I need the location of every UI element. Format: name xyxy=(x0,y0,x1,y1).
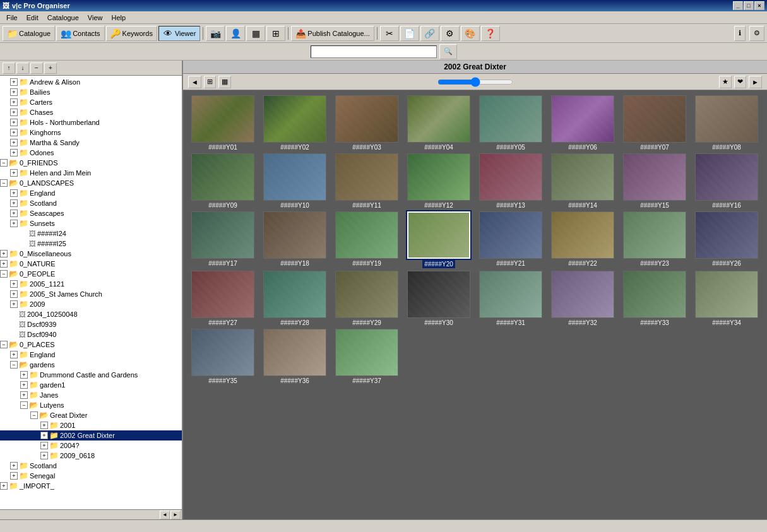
tree-item-seascapes[interactable]: +📁Seascapes xyxy=(0,208,182,218)
grid-cell-Y22[interactable]: #####Y22 xyxy=(548,211,617,268)
tree-expand-button[interactable]: + xyxy=(44,62,57,74)
tree-toggle-import[interactable]: + xyxy=(0,482,8,490)
grid-cell-Y07[interactable]: #####Y07 xyxy=(620,95,689,151)
scissors-button[interactable]: ✂ xyxy=(380,26,399,41)
doc-button[interactable]: 📄 xyxy=(400,26,419,41)
tree-item-dscf939[interactable]: 🖼Dscf0939 xyxy=(0,319,182,329)
tree-container[interactable]: +📁Andrew & Alison+📁Bailies+📁Carters+📁Cha… xyxy=(0,76,182,509)
tree-toggle-andrew-alison[interactable]: + xyxy=(10,78,18,86)
search-input[interactable] xyxy=(311,45,437,58)
grid-cell-Y35[interactable]: #####Y35 xyxy=(188,329,258,384)
grid-cell-Y20[interactable]: #####Y20 xyxy=(404,211,473,268)
person-button[interactable]: 👤 xyxy=(226,26,245,41)
tree-item-img2004[interactable]: 🖼2004_10250048 xyxy=(0,309,182,319)
tree-toggle-kinghorns[interactable]: + xyxy=(10,129,18,136)
tree-item-lutyens[interactable]: −📂Lutyens xyxy=(0,400,182,410)
tree-toggle-scotland2[interactable]: + xyxy=(10,462,18,470)
tree-toggle-0-miscellaneous[interactable]: + xyxy=(0,250,8,257)
grid-cell-Y13[interactable]: #####Y13 xyxy=(476,153,545,209)
grid-container[interactable]: #####Y01#####Y02#####Y03#####Y04#####Y05… xyxy=(183,90,767,519)
tree-item-img124[interactable]: 🖼#####I24 xyxy=(0,228,182,239)
tree-item-y2002-great-dixter[interactable]: +📁2002 Great Dixter xyxy=(0,430,182,440)
tree-toggle-y2004[interactable]: + xyxy=(40,442,48,449)
grid-cell-Y19[interactable]: #####Y19 xyxy=(332,211,401,268)
publish-button[interactable]: 📤 Publish Catalogue... xyxy=(291,26,374,41)
grid-cell-Y14[interactable]: #####Y14 xyxy=(548,153,617,209)
tree-toggle-chases[interactable]: + xyxy=(10,109,18,116)
grid-cell-Y26[interactable]: #####Y26 xyxy=(692,211,761,268)
grid-cell-Y02[interactable]: #####Y02 xyxy=(260,95,330,151)
tree-toggle-seascapes[interactable]: + xyxy=(10,210,18,217)
tree-item-bailies[interactable]: +📁Bailies xyxy=(0,87,182,97)
tree-toggle-england2[interactable]: + xyxy=(10,351,18,358)
tree-toggle-gardens[interactable]: − xyxy=(10,361,18,369)
tree-toggle-0-places[interactable]: − xyxy=(0,341,8,348)
grid-cell-Y05[interactable]: #####Y05 xyxy=(476,95,545,151)
grid-cell-Y31[interactable]: #####Y31 xyxy=(476,271,545,326)
viewer-button[interactable]: 👁 Viewer xyxy=(158,26,200,41)
grid-cell-Y27[interactable]: #####Y27 xyxy=(188,271,258,326)
tree-item-0-miscellaneous[interactable]: +📁0_Miscellaneous xyxy=(0,249,182,259)
tree-item-0-people[interactable]: −📂0_PEOPLE xyxy=(0,269,182,279)
title-bar-controls[interactable]: _ □ × xyxy=(733,1,764,10)
tree-item-martha-sandy[interactable]: +📁Martha & Sandy xyxy=(0,138,182,148)
tree-toggle-martha-sandy[interactable]: + xyxy=(10,139,18,146)
link-button[interactable]: 🔗 xyxy=(420,26,439,41)
tree-item-y2004[interactable]: +📁2004? xyxy=(0,440,182,451)
tree-toggle-lutyens[interactable]: − xyxy=(20,401,28,409)
tree-toggle-carters[interactable]: + xyxy=(10,98,18,106)
palette-button[interactable]: 🎨 xyxy=(461,26,480,41)
grid-cell-Y03[interactable]: #####Y03 xyxy=(332,95,401,151)
panel-forward-button[interactable]: ► xyxy=(749,76,762,88)
hscroll-right[interactable]: ► xyxy=(170,511,181,519)
tree-toggle-y2005-st-james[interactable]: + xyxy=(10,290,18,298)
tree-item-england2[interactable]: +📁England xyxy=(0,350,182,360)
tree-toggle-helen-jim[interactable]: + xyxy=(10,169,18,177)
grid-cell-Y16[interactable]: #####Y16 xyxy=(692,153,761,209)
grid-cell-Y04[interactable]: #####Y04 xyxy=(404,95,473,151)
tree-item-helen-jim[interactable]: +📁Helen and Jim Mein xyxy=(0,168,182,178)
tree-item-import[interactable]: +📁_IMPORT_ xyxy=(0,481,182,491)
tree-down-button[interactable]: ↓ xyxy=(16,62,29,74)
tree-item-kinghorns[interactable]: +📁Kinghorns xyxy=(0,127,182,138)
tree-item-dscf940[interactable]: 🖼Dscf0940 xyxy=(0,329,182,340)
grid-cell-Y34[interactable]: #####Y34 xyxy=(692,271,761,326)
grid-cell-Y33[interactable]: #####Y33 xyxy=(620,271,689,326)
grid-cell-Y11[interactable]: #####Y11 xyxy=(332,153,401,209)
tree-toggle-hols-northumberland[interactable]: + xyxy=(10,119,18,126)
tree-item-senegal[interactable]: +📁Senegal xyxy=(0,471,182,481)
tree-toggle-england[interactable]: + xyxy=(10,189,18,197)
tree-item-y2009-0618[interactable]: +📁2009_0618 xyxy=(0,451,182,461)
panel-star-button[interactable]: ★ xyxy=(719,76,732,88)
tree-item-carters[interactable]: +📁Carters xyxy=(0,97,182,107)
tree-toggle-drummond-castle[interactable]: + xyxy=(20,371,28,379)
grid-cell-Y01[interactable]: #####Y01 xyxy=(188,95,258,151)
menu-help[interactable]: Help xyxy=(108,13,130,23)
tree-item-great-dixter[interactable]: −📂Great Dixter xyxy=(0,410,182,420)
keywords-button[interactable]: 🔑 Keywords xyxy=(106,26,157,41)
grid-small-button[interactable]: ▦ xyxy=(246,26,265,41)
tree-toggle-y2002-great-dixter[interactable]: + xyxy=(40,432,48,439)
catalogue-button[interactable]: 📁 Catalogue xyxy=(3,26,55,41)
tree-toggle-garden1[interactable]: + xyxy=(20,381,28,389)
options-button[interactable]: ⚙ xyxy=(749,26,764,41)
menu-catalogue[interactable]: Catalogue xyxy=(44,13,83,23)
tree-toggle-y2009-0618[interactable]: + xyxy=(40,452,48,459)
tree-toggle-y2001[interactable]: + xyxy=(40,422,48,429)
minimize-button[interactable]: _ xyxy=(733,1,743,10)
grid-cell-Y12[interactable]: #####Y12 xyxy=(404,153,473,209)
grid-cell-Y15[interactable]: #####Y15 xyxy=(620,153,689,209)
tree-item-y2001[interactable]: +📁2001 xyxy=(0,420,182,430)
tree-toggle-great-dixter[interactable]: − xyxy=(30,411,38,419)
grid-cell-Y21[interactable]: #####Y21 xyxy=(476,211,545,268)
tree-item-odones[interactable]: +📁Odones xyxy=(0,148,182,158)
tree-item-0-places[interactable]: −📂0_PLACES xyxy=(0,340,182,350)
grid-cell-Y29[interactable]: #####Y29 xyxy=(332,271,401,326)
tree-item-janes[interactable]: +📁Janes xyxy=(0,390,182,400)
grid-cell-Y08[interactable]: #####Y08 xyxy=(692,95,761,151)
tree-item-0-nature[interactable]: +📁0_NATURE xyxy=(0,259,182,269)
tree-toggle-y2005-1121[interactable]: + xyxy=(10,280,18,288)
maximize-button[interactable]: □ xyxy=(744,1,754,10)
tree-toggle-0-people[interactable]: − xyxy=(0,270,8,278)
tree-toggle-sunsets[interactable]: + xyxy=(10,220,18,227)
